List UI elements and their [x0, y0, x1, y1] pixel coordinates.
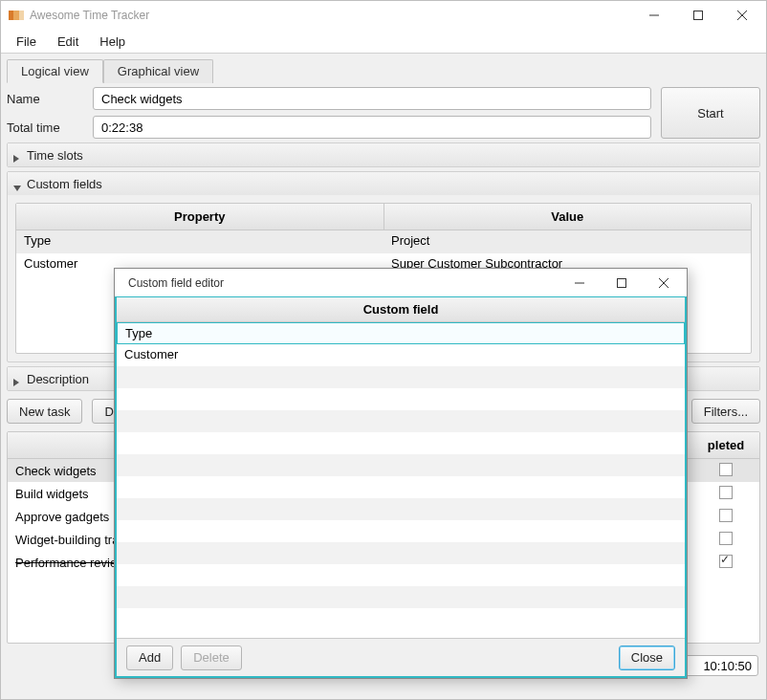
section-customfields-header[interactable]: Custom fields [8, 172, 759, 195]
dialog-list-empty [117, 520, 685, 542]
view-tabs: Logical view Graphical view [7, 59, 760, 83]
completed-checkbox[interactable] [719, 486, 733, 499]
menubar: File Edit Help [1, 30, 766, 53]
dialog-titlebar: Custom field editor [115, 269, 687, 297]
cf-head-property[interactable]: Property [16, 204, 384, 230]
dialog-close-button[interactable] [643, 270, 685, 296]
dialog-list-empty [117, 410, 685, 432]
cf-val: Project [384, 230, 751, 253]
filters-button[interactable]: Filters... [691, 399, 760, 424]
completed-checkbox[interactable] [719, 555, 733, 568]
dialog-list-empty [117, 564, 685, 586]
delete-button[interactable]: Delete [181, 645, 242, 670]
name-label: Name [7, 92, 83, 106]
svg-rect-5 [618, 278, 626, 287]
start-button[interactable]: Start [661, 87, 760, 139]
dialog-list-empty [117, 454, 685, 476]
cf-head-value[interactable]: Value [384, 204, 752, 230]
close-button[interactable] [720, 1, 764, 30]
dialog-minimize-button[interactable] [559, 270, 601, 296]
dialog-list-empty [117, 432, 685, 454]
cf-prop: Type [16, 230, 384, 253]
completed-checkbox[interactable] [719, 532, 733, 545]
custom-field-editor-dialog: Custom field editor Custom field Type Cu… [114, 268, 688, 679]
cf-row[interactable]: Type Project [16, 230, 751, 253]
dialog-list-item[interactable]: Customer [117, 344, 685, 366]
tt-head-completed[interactable]: pleted [692, 432, 759, 458]
section-customfields-label: Custom fields [27, 177, 102, 191]
name-input[interactable]: Check widgets [93, 87, 651, 110]
newtask-button[interactable]: New task [7, 399, 82, 424]
add-button[interactable]: Add [126, 645, 173, 670]
tab-graphical[interactable]: Graphical view [103, 59, 213, 83]
section-timeslots-header[interactable]: Time slots [8, 143, 759, 166]
task-form: Name Check widgets Total time 0:22:38 St… [7, 87, 760, 139]
totaltime-value: 0:22:38 [101, 120, 142, 135]
dialog-list-empty [117, 542, 685, 564]
dialog-list-empty [117, 366, 685, 388]
menu-help[interactable]: Help [90, 33, 135, 51]
dialog-footer: Add Delete Close [117, 638, 685, 676]
dialog-list-empty [117, 498, 685, 520]
dialog-list-empty [117, 586, 685, 608]
dialog-list-header[interactable]: Custom field [117, 297, 685, 322]
footer-time-value: 10:10:50 [703, 659, 752, 673]
completed-checkbox[interactable] [719, 509, 733, 522]
maximize-button[interactable] [676, 1, 720, 30]
main-window: Awesome Time Tracker File Edit Help Logi… [0, 0, 767, 700]
svg-rect-1 [694, 11, 703, 20]
dialog-maximize-button[interactable] [601, 270, 643, 296]
dialog-title: Custom field editor [128, 276, 224, 290]
chevron-down-icon [13, 180, 21, 187]
menu-file[interactable]: File [7, 33, 46, 51]
dialog-list: Type Customer [117, 322, 685, 638]
totaltime-input[interactable]: 0:22:38 [93, 116, 651, 139]
chevron-right-icon [13, 375, 21, 383]
tab-logical[interactable]: Logical view [7, 59, 103, 83]
menu-edit[interactable]: Edit [48, 33, 88, 51]
window-title: Awesome Time Tracker [30, 9, 632, 22]
dialog-list-empty [117, 476, 685, 498]
dialog-list-item[interactable]: Type [117, 322, 685, 344]
app-icon [9, 11, 24, 20]
minimize-button[interactable] [632, 1, 676, 30]
dialog-list-empty [117, 608, 685, 630]
section-timeslots-label: Time slots [27, 148, 83, 163]
completed-checkbox[interactable] [719, 463, 733, 476]
titlebar: Awesome Time Tracker [1, 1, 766, 30]
chevron-right-icon [13, 151, 21, 159]
dialog-list-empty [117, 388, 685, 410]
section-description-label: Description [27, 372, 89, 386]
name-value: Check widgets [101, 92, 183, 106]
section-timeslots: Time slots [7, 142, 760, 167]
close-dialog-button[interactable]: Close [619, 645, 675, 670]
totaltime-label: Total time [7, 120, 83, 135]
